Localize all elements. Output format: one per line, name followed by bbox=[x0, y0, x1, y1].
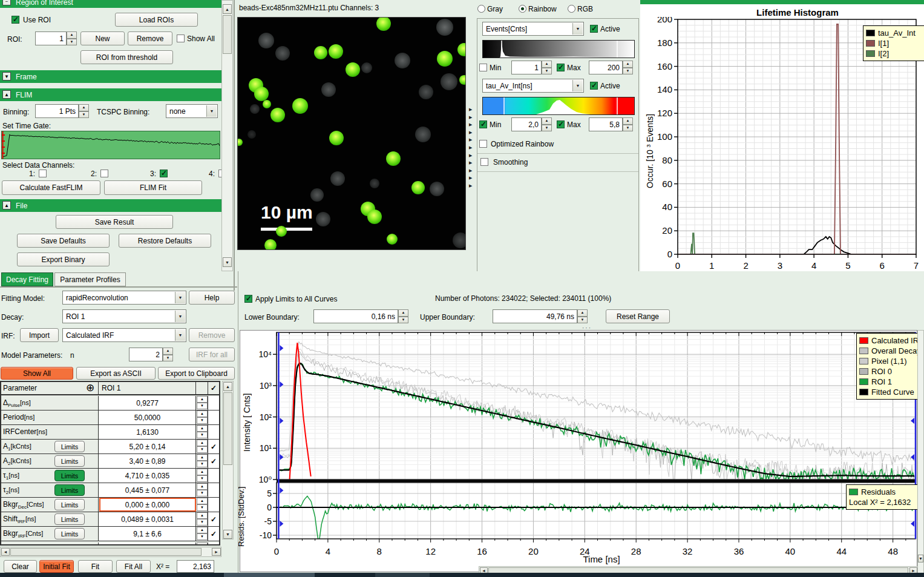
export-ascii-button[interactable]: Export as ASCII bbox=[76, 367, 156, 380]
decay-chart[interactable]: 0481216202428323640444810⁰10¹10²10³10⁴50… bbox=[240, 330, 917, 572]
section-header-frame[interactable]: ▼ Frame bbox=[0, 70, 221, 83]
limits-button[interactable]: Limits bbox=[54, 455, 85, 467]
param-check-icon[interactable]: ✓ bbox=[208, 527, 219, 541]
roi-from-threshold-button[interactable]: ROI from threshold bbox=[80, 50, 173, 64]
clear-button[interactable]: Clear bbox=[4, 560, 37, 573]
param-value[interactable]: 3,40 ± 0,89 bbox=[99, 454, 196, 468]
irf-for-all-button[interactable]: IRF for all bbox=[189, 348, 235, 361]
optimized-rainbow-checkbox[interactable] bbox=[479, 140, 487, 148]
irf-remove-button[interactable]: Remove bbox=[189, 328, 235, 342]
collapse-icon[interactable]: ▲ bbox=[2, 90, 11, 99]
lifetime-active-checkbox[interactable] bbox=[590, 82, 598, 90]
param-value[interactable]: 0,000 ± 0,000 bbox=[99, 498, 196, 512]
use-roi-checkbox[interactable] bbox=[11, 16, 19, 24]
param-check-icon[interactable] bbox=[208, 425, 219, 439]
param-stepper[interactable]: ▲▼ bbox=[197, 512, 208, 526]
scrollbar-thumb[interactable] bbox=[223, 15, 232, 54]
scroll-up-icon[interactable]: ▲ bbox=[223, 4, 232, 14]
load-rois-button[interactable]: Load ROIs bbox=[115, 13, 198, 27]
lower-boundary-field[interactable]: 0,16 ns bbox=[313, 309, 398, 323]
lifetime-min-field[interactable]: 2,0 bbox=[511, 117, 542, 131]
apply-limits-checkbox[interactable] bbox=[244, 295, 252, 303]
reset-range-button[interactable]: Reset Range bbox=[606, 309, 670, 323]
splitter-arrow-icon[interactable]: ▶ bbox=[469, 153, 472, 158]
flim-fit-button[interactable]: FLIM Fit bbox=[104, 180, 202, 195]
lower-boundary-stepper[interactable]: ▲▼ bbox=[398, 309, 408, 323]
channel-checkbox[interactable] bbox=[100, 170, 108, 177]
channel-checkbox[interactable] bbox=[160, 170, 168, 177]
scroll-right-icon[interactable]: ► bbox=[212, 548, 221, 556]
collapse-icon[interactable]: ▼ bbox=[2, 72, 11, 81]
roi-number-field[interactable]: 1 bbox=[35, 31, 67, 45]
table-horizontal-scrollbar[interactable]: ◄ ► bbox=[0, 547, 221, 557]
table-vertical-scrollbar[interactable]: ▲ ▼ bbox=[222, 381, 234, 539]
param-check-icon[interactable] bbox=[208, 410, 219, 424]
param-check-icon[interactable] bbox=[208, 396, 219, 410]
remove-roi-button[interactable]: Remove bbox=[128, 31, 172, 45]
flim-image[interactable]: 10 µm bbox=[237, 17, 466, 250]
export-clipboard-button[interactable]: Export to Clipboard bbox=[158, 367, 235, 380]
param-value[interactable]: 50,0000 bbox=[99, 410, 196, 424]
param-check-icon[interactable] bbox=[208, 498, 219, 512]
splitter-arrow-icon[interactable]: ▶ bbox=[469, 137, 472, 142]
limits-button[interactable]: Limits bbox=[54, 499, 85, 510]
decay-select[interactable]: ROI 1 ▼ bbox=[62, 309, 186, 323]
param-stepper[interactable]: ▲▼ bbox=[197, 396, 208, 410]
fit-all-button[interactable]: Fit All bbox=[116, 560, 151, 573]
save-result-button[interactable]: Save Result bbox=[56, 215, 173, 229]
roi-number-stepper[interactable]: ▲▼ bbox=[67, 31, 77, 45]
intensity-gradient[interactable] bbox=[482, 40, 635, 58]
param-check-icon[interactable]: ✓ bbox=[208, 512, 219, 526]
color-mode-radio-gray[interactable] bbox=[477, 5, 485, 13]
upper-boundary-field[interactable]: 49,76 ns bbox=[493, 309, 577, 323]
splitter-arrow-icon[interactable]: ▶ bbox=[469, 130, 472, 135]
scrollbar-thumb[interactable] bbox=[223, 392, 232, 465]
splitter-arrow-icon[interactable]: ▶ bbox=[469, 176, 472, 180]
color-mode-radio-rgb[interactable] bbox=[568, 5, 575, 13]
smoothing-checkbox[interactable] bbox=[480, 158, 488, 166]
lifetime-gradient[interactable] bbox=[482, 97, 635, 115]
param-value[interactable]: 9,1 ± 6,6 bbox=[99, 527, 196, 541]
section-header-roi[interactable]: − Region of Interest bbox=[0, 0, 221, 8]
lifetime-max-checkbox[interactable] bbox=[557, 120, 565, 128]
param-value[interactable]: 0,0489 ± 0,0031 bbox=[99, 512, 196, 526]
param-check-icon[interactable]: ✓ bbox=[208, 440, 219, 453]
scroll-down-icon[interactable]: ▼ bbox=[918, 555, 923, 562]
parameter-profiles-tab[interactable]: Parameter Profiles bbox=[54, 272, 126, 286]
param-stepper[interactable]: ▲▼ bbox=[197, 483, 208, 497]
chevron-down-icon[interactable]: ▼ bbox=[175, 329, 185, 341]
param-stepper[interactable]: ▲▼ bbox=[197, 527, 208, 541]
param-stepper[interactable]: ▲▼ bbox=[197, 469, 208, 483]
intensity-min-field[interactable]: 1 bbox=[511, 61, 542, 74]
binning-stepper[interactable]: ▲▼ bbox=[79, 104, 89, 118]
param-value[interactable]: 5,20 ± 0,14 bbox=[99, 440, 196, 453]
intensity-active-checkbox[interactable] bbox=[590, 25, 598, 33]
show-all-checkbox[interactable] bbox=[177, 35, 185, 42]
restore-defaults-button[interactable]: Restore Defaults bbox=[119, 234, 211, 248]
export-binary-button[interactable]: Export Binary bbox=[17, 252, 110, 266]
fit-button[interactable]: Fit bbox=[78, 560, 113, 573]
binning-field[interactable]: 1 Pts bbox=[35, 104, 79, 118]
lifetime-channel-select[interactable]: tau_Av_Int[ns] ▼ bbox=[482, 79, 584, 93]
splitter-arrow-icon[interactable]: ▶ bbox=[469, 168, 472, 173]
splitter-arrow-icon[interactable]: ▶ bbox=[469, 145, 472, 150]
limits-button[interactable]: Limits bbox=[54, 470, 85, 481]
splitter-arrow-icon[interactable]: ▶ bbox=[469, 183, 472, 188]
section-header-file[interactable]: ▲ File bbox=[0, 199, 221, 212]
irf-import-button[interactable]: Import bbox=[20, 328, 59, 342]
param-check-icon[interactable]: ✓ bbox=[208, 454, 219, 468]
collapse-icon[interactable]: − bbox=[2, 0, 11, 5]
splitter-arrow-icon[interactable]: ▶ bbox=[469, 122, 472, 127]
decay-vertical-scrollbar[interactable]: ▼ bbox=[917, 330, 924, 574]
splitter-arrow-icon[interactable]: ▶ bbox=[469, 107, 472, 112]
scrollbar-thumb[interactable] bbox=[10, 548, 202, 556]
show-all-curves-button[interactable]: Show All bbox=[1, 367, 73, 380]
fitting-model-select[interactable]: rapidReconvolution ▼ bbox=[62, 291, 186, 305]
intensity-max-stepper[interactable]: ▲▼ bbox=[623, 61, 633, 74]
panel-splitter[interactable]: ▶▶▶▶▶▶▶▶▶▶▶ bbox=[466, 0, 477, 291]
n-field[interactable]: 2 bbox=[129, 348, 163, 361]
param-check-icon[interactable] bbox=[208, 483, 219, 497]
scroll-up-icon[interactable]: ▲ bbox=[223, 382, 232, 391]
chevron-down-icon[interactable]: ▼ bbox=[175, 311, 185, 322]
help-button[interactable]: Help bbox=[189, 291, 235, 305]
